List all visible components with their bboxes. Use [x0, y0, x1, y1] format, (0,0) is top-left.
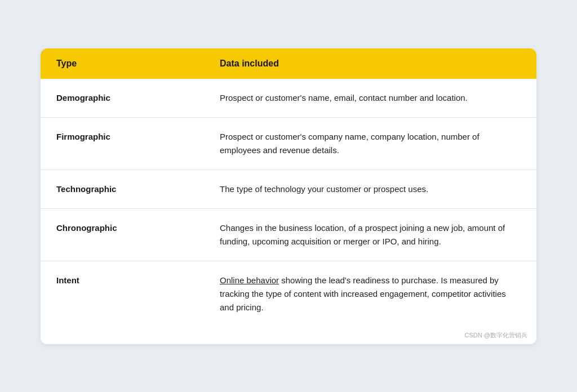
- cell-type: Intent: [41, 261, 204, 327]
- header-data-included: Data included: [204, 48, 536, 79]
- cell-description: Prospect or customer's company name, com…: [204, 117, 536, 170]
- cell-type: Demographic: [41, 79, 204, 118]
- table-row: DemographicProspect or customer's name, …: [41, 79, 536, 118]
- table-row: ChronographicChanges in the business loc…: [41, 208, 536, 261]
- cell-description: Online behavior showing the lead's readi…: [204, 261, 536, 327]
- cell-description: Prospect or customer's name, email, cont…: [204, 79, 536, 118]
- watermark: CSDN @数字化营销兵: [41, 327, 536, 344]
- cell-description: The type of technology your customer or …: [204, 170, 536, 208]
- table-row: IntentOnline behavior showing the lead's…: [41, 261, 536, 327]
- table-row: FirmographicProspect or customer's compa…: [41, 117, 536, 170]
- cell-description: Changes in the business location, of a p…: [204, 208, 536, 261]
- header-type: Type: [41, 48, 204, 79]
- data-table: Type Data included DemographicProspect o…: [41, 48, 536, 327]
- table-header-row: Type Data included: [41, 48, 536, 79]
- table-row: TechnographicThe type of technology your…: [41, 170, 536, 208]
- main-table-container: Type Data included DemographicProspect o…: [41, 48, 536, 344]
- description-link[interactable]: Online behavior: [220, 275, 279, 285]
- cell-type: Chronographic: [41, 208, 204, 261]
- cell-type: Technographic: [41, 170, 204, 208]
- cell-type: Firmographic: [41, 117, 204, 170]
